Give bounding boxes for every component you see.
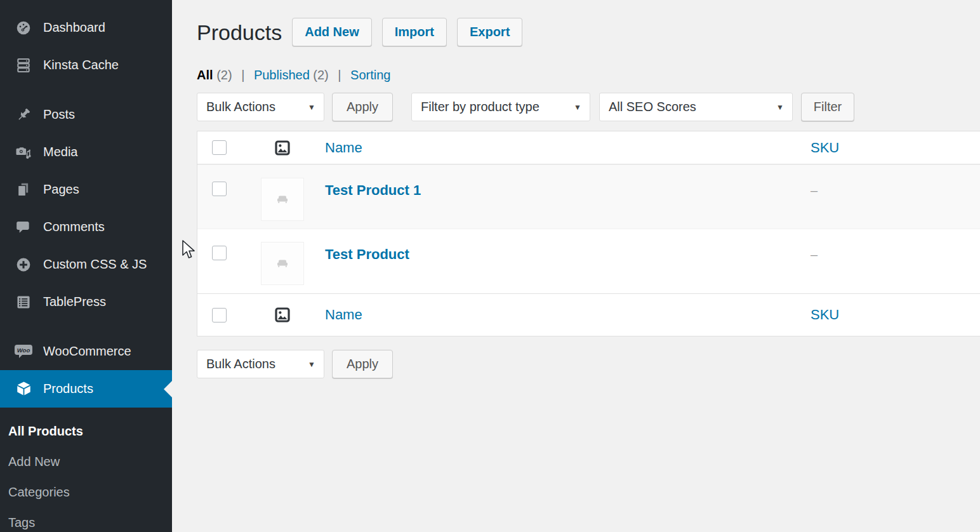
seo-scores-filter-select[interactable]: All SEO Scores ▼ (599, 93, 793, 121)
product-thumbnail-placeholder[interactable] (261, 178, 304, 221)
submenu-item-label: Categories (8, 485, 70, 500)
product-title-link[interactable]: Test Product (325, 246, 811, 263)
submenu-item-label: Tags (8, 515, 35, 530)
view-separator: | (338, 68, 341, 82)
seo-scores-filter-label: All SEO Scores (609, 100, 696, 114)
sku-column-header[interactable]: SKU (811, 307, 980, 323)
woo-badge-icon: Woo (14, 343, 33, 360)
submenu-item-label: Add New (8, 455, 60, 469)
chevron-down-icon: ▼ (308, 103, 315, 112)
sidebar-item-comments[interactable]: Comments (0, 208, 172, 246)
select-all-checkbox[interactable] (212, 308, 227, 323)
sidebar-item-label: TablePress (43, 295, 106, 309)
row-checkbox[interactable] (212, 182, 227, 196)
sidebar-item-posts[interactable]: Posts (0, 96, 172, 133)
page-title: Products (197, 18, 282, 46)
list-table-icon (14, 294, 33, 310)
view-sorting-link[interactable]: Sorting (350, 68, 390, 82)
product-type-filter-label: Filter by product type (421, 100, 540, 114)
import-button[interactable]: Import (382, 18, 447, 46)
sidebar-item-kinsta-cache[interactable]: Kinsta Cache (0, 46, 172, 84)
sidebar-item-woocommerce[interactable]: Woo WooCommerce (0, 333, 172, 370)
camera-note-icon (14, 144, 33, 161)
sidebar-item-label: Comments (43, 220, 105, 234)
submenu-item-categories[interactable]: Categories (0, 477, 172, 507)
submenu-item-all-products[interactable]: All Products (0, 416, 172, 446)
server-stack-icon (14, 57, 33, 74)
image-column-header (239, 307, 325, 323)
top-toolbar: Bulk Actions ▼ Apply Filter by product t… (197, 93, 980, 121)
sidebar-item-label: Posts (43, 107, 75, 122)
select-all-checkbox[interactable] (212, 140, 227, 155)
bottom-toolbar: Bulk Actions ▼ Apply (197, 350, 980, 378)
products-submenu: All Products Add New Categories Tags (0, 408, 172, 532)
row-checkbox[interactable] (212, 246, 227, 260)
table-header-row: Name SKU (197, 131, 980, 164)
sidebar-item-products[interactable]: Products (0, 370, 172, 408)
product-thumbnail-placeholder[interactable] (261, 242, 304, 285)
bulk-actions-label: Bulk Actions (206, 100, 275, 114)
sofa-placeholder-icon (276, 194, 289, 204)
pushpin-icon (14, 107, 33, 123)
admin-menu: Dashboard Kinsta Cache Posts Media (0, 0, 172, 408)
add-new-button[interactable]: Add New (292, 18, 372, 46)
chevron-down-icon: ▼ (776, 103, 784, 112)
name-column-header[interactable]: Name (325, 307, 811, 323)
submenu-item-label: All Products (8, 424, 83, 439)
sidebar-item-media[interactable]: Media (0, 133, 172, 171)
export-button[interactable]: Export (457, 18, 522, 46)
menu-separator (0, 84, 172, 96)
view-published-count: (2) (313, 68, 328, 82)
products-table: Name SKU Test Product 1 – Test Product – (197, 131, 980, 336)
table-row: Test Product – (197, 229, 980, 293)
comment-bubble-icon (14, 219, 33, 236)
image-column-header (239, 140, 325, 156)
apply-button[interactable]: Apply (332, 93, 393, 121)
sidebar-item-label: Pages (43, 182, 79, 197)
admin-sidebar: Dashboard Kinsta Cache Posts Media (0, 0, 172, 532)
sidebar-item-dashboard[interactable]: Dashboard (0, 9, 172, 46)
product-title-link[interactable]: Test Product 1 (325, 182, 811, 199)
sidebar-item-label: Dashboard (43, 20, 105, 35)
sidebar-item-label: Media (43, 145, 77, 159)
view-all-count: (2) (216, 68, 232, 82)
bulk-actions-label: Bulk Actions (206, 357, 275, 371)
sidebar-item-label: Kinsta Cache (43, 58, 119, 72)
sofa-placeholder-icon (276, 258, 289, 269)
format-image-icon (275, 307, 290, 323)
product-type-filter-select[interactable]: Filter by product type ▼ (411, 93, 590, 121)
sku-column-header[interactable]: SKU (811, 140, 980, 156)
view-filter-links: All (2) | Published (2) | Sorting (197, 68, 980, 83)
sku-value: – (811, 183, 980, 198)
chevron-down-icon: ▼ (574, 103, 581, 112)
sku-value: – (811, 248, 980, 262)
sidebar-item-pages[interactable]: Pages (0, 171, 172, 208)
filter-button[interactable]: Filter (801, 93, 854, 121)
submenu-item-tags[interactable]: Tags (0, 507, 172, 532)
submenu-item-add-new[interactable]: Add New (0, 446, 172, 477)
page-header: Products Add New Import Export (197, 18, 980, 46)
chevron-down-icon: ▼ (308, 360, 315, 369)
apply-button-bottom[interactable]: Apply (332, 350, 393, 378)
plus-circle-icon (14, 256, 33, 273)
menu-separator (0, 321, 172, 333)
view-published-link[interactable]: Published (254, 68, 310, 82)
stacked-pages-icon (14, 182, 33, 198)
name-column-header[interactable]: Name (325, 140, 811, 156)
sidebar-item-label: Products (43, 382, 93, 396)
sidebar-item-label: Custom CSS & JS (43, 257, 147, 272)
view-all-link[interactable]: All (197, 68, 213, 82)
product-box-icon (14, 381, 33, 397)
table-footer-row: Name SKU (197, 293, 980, 336)
sidebar-item-tablepress[interactable]: TablePress (0, 283, 172, 321)
format-image-icon (275, 140, 290, 156)
bulk-actions-select[interactable]: Bulk Actions ▼ (197, 93, 324, 121)
bulk-actions-select-bottom[interactable]: Bulk Actions ▼ (197, 350, 324, 378)
main-content: Products Add New Import Export All (2) |… (172, 0, 980, 378)
table-row: Test Product 1 – (197, 164, 980, 229)
sidebar-item-custom-css-js[interactable]: Custom CSS & JS (0, 246, 172, 283)
dashboard-gauge-icon (14, 20, 33, 36)
sidebar-item-label: WooCommerce (43, 344, 131, 359)
svg-text:Woo: Woo (17, 346, 30, 353)
view-separator: | (241, 68, 244, 82)
